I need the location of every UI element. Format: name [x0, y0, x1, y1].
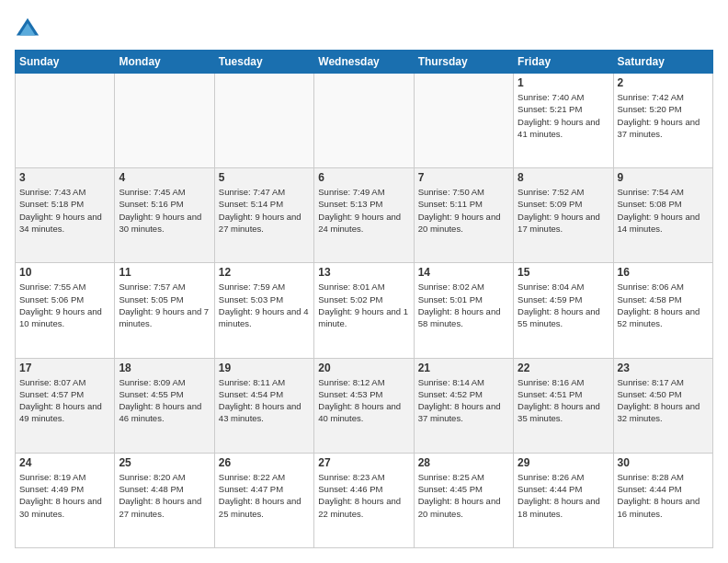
day-info: Sunrise: 8:20 AM Sunset: 4:48 PM Dayligh… — [119, 471, 210, 520]
col-header-thursday: Thursday — [414, 51, 513, 74]
day-number: 8 — [518, 171, 609, 184]
header — [15, 15, 713, 40]
day-number: 13 — [318, 266, 409, 279]
day-number: 20 — [318, 362, 409, 374]
day-info: Sunrise: 8:16 AM Sunset: 4:51 PM Dayligh… — [518, 376, 609, 425]
day-number: 15 — [518, 266, 609, 279]
calendar-cell: 9Sunrise: 7:54 AM Sunset: 5:08 PM Daylig… — [613, 168, 712, 263]
day-number: 17 — [19, 362, 110, 374]
col-header-saturday: Saturday — [613, 51, 712, 74]
logo — [15, 15, 44, 40]
day-info: Sunrise: 7:43 AM Sunset: 5:18 PM Dayligh… — [19, 186, 110, 235]
calendar-cell: 11Sunrise: 7:57 AM Sunset: 5:05 PM Dayli… — [115, 263, 214, 358]
calendar-cell: 13Sunrise: 8:01 AM Sunset: 5:02 PM Dayli… — [314, 263, 414, 358]
day-number: 12 — [219, 266, 310, 279]
day-info: Sunrise: 8:19 AM Sunset: 4:49 PM Dayligh… — [19, 471, 110, 520]
day-info: Sunrise: 8:14 AM Sunset: 4:52 PM Dayligh… — [418, 376, 509, 425]
calendar-cell — [314, 74, 414, 168]
day-number: 27 — [318, 456, 409, 469]
calendar-week-3: 10Sunrise: 7:55 AM Sunset: 5:06 PM Dayli… — [16, 263, 713, 358]
logo-icon — [15, 15, 40, 40]
calendar-header-row: SundayMondayTuesdayWednesdayThursdayFrid… — [16, 51, 713, 74]
day-info: Sunrise: 7:57 AM Sunset: 5:05 PM Dayligh… — [119, 281, 210, 329]
day-number: 4 — [119, 171, 210, 184]
day-number: 26 — [219, 456, 310, 469]
calendar-cell — [414, 74, 513, 168]
calendar-cell: 3Sunrise: 7:43 AM Sunset: 5:18 PM Daylig… — [16, 168, 115, 263]
day-info: Sunrise: 8:06 AM Sunset: 4:58 PM Dayligh… — [618, 281, 709, 329]
col-header-friday: Friday — [514, 51, 613, 74]
calendar-cell: 8Sunrise: 7:52 AM Sunset: 5:09 PM Daylig… — [514, 168, 613, 263]
day-info: Sunrise: 7:50 AM Sunset: 5:11 PM Dayligh… — [418, 186, 509, 235]
col-header-sunday: Sunday — [16, 51, 115, 74]
col-header-tuesday: Tuesday — [214, 51, 313, 74]
calendar-cell: 29Sunrise: 8:26 AM Sunset: 4:44 PM Dayli… — [514, 453, 613, 547]
day-number: 7 — [418, 171, 509, 184]
day-number: 21 — [418, 362, 509, 374]
day-number: 22 — [518, 362, 609, 374]
day-number: 11 — [119, 266, 210, 279]
calendar-cell — [214, 74, 313, 168]
day-number: 10 — [19, 266, 110, 279]
day-number: 5 — [219, 171, 310, 184]
calendar-cell — [16, 74, 115, 168]
day-info: Sunrise: 8:09 AM Sunset: 4:55 PM Dayligh… — [119, 376, 210, 425]
day-number: 18 — [119, 362, 210, 374]
day-info: Sunrise: 8:17 AM Sunset: 4:50 PM Dayligh… — [618, 376, 709, 425]
day-number: 25 — [119, 456, 210, 469]
day-info: Sunrise: 7:42 AM Sunset: 5:20 PM Dayligh… — [618, 91, 709, 140]
calendar-cell: 19Sunrise: 8:11 AM Sunset: 4:54 PM Dayli… — [214, 358, 313, 453]
calendar-cell: 25Sunrise: 8:20 AM Sunset: 4:48 PM Dayli… — [115, 453, 214, 547]
day-info: Sunrise: 7:40 AM Sunset: 5:21 PM Dayligh… — [518, 91, 609, 140]
calendar-cell: 27Sunrise: 8:23 AM Sunset: 4:46 PM Dayli… — [314, 453, 414, 547]
calendar-cell: 4Sunrise: 7:45 AM Sunset: 5:16 PM Daylig… — [115, 168, 214, 263]
day-number: 16 — [618, 266, 709, 279]
calendar-cell: 5Sunrise: 7:47 AM Sunset: 5:14 PM Daylig… — [214, 168, 313, 263]
day-info: Sunrise: 7:55 AM Sunset: 5:06 PM Dayligh… — [19, 281, 110, 329]
calendar-cell: 26Sunrise: 8:22 AM Sunset: 4:47 PM Dayli… — [214, 453, 313, 547]
day-info: Sunrise: 8:28 AM Sunset: 4:44 PM Dayligh… — [618, 471, 709, 520]
day-info: Sunrise: 8:11 AM Sunset: 4:54 PM Dayligh… — [219, 376, 310, 425]
day-info: Sunrise: 7:59 AM Sunset: 5:03 PM Dayligh… — [219, 281, 310, 329]
day-info: Sunrise: 8:12 AM Sunset: 4:53 PM Dayligh… — [318, 376, 409, 425]
calendar-cell: 28Sunrise: 8:25 AM Sunset: 4:45 PM Dayli… — [414, 453, 513, 547]
calendar-cell: 20Sunrise: 8:12 AM Sunset: 4:53 PM Dayli… — [314, 358, 414, 453]
calendar-cell: 6Sunrise: 7:49 AM Sunset: 5:13 PM Daylig… — [314, 168, 414, 263]
calendar-week-1: 1Sunrise: 7:40 AM Sunset: 5:21 PM Daylig… — [16, 74, 713, 168]
calendar-cell: 16Sunrise: 8:06 AM Sunset: 4:58 PM Dayli… — [613, 263, 712, 358]
day-info: Sunrise: 8:02 AM Sunset: 5:01 PM Dayligh… — [418, 281, 509, 329]
day-info: Sunrise: 7:49 AM Sunset: 5:13 PM Dayligh… — [318, 186, 409, 235]
calendar-cell: 18Sunrise: 8:09 AM Sunset: 4:55 PM Dayli… — [115, 358, 214, 453]
day-number: 9 — [618, 171, 709, 184]
day-info: Sunrise: 7:45 AM Sunset: 5:16 PM Dayligh… — [119, 186, 210, 235]
day-number: 6 — [318, 171, 409, 184]
day-info: Sunrise: 8:23 AM Sunset: 4:46 PM Dayligh… — [318, 471, 409, 520]
calendar-cell — [115, 74, 214, 168]
calendar-cell: 21Sunrise: 8:14 AM Sunset: 4:52 PM Dayli… — [414, 358, 513, 453]
day-number: 19 — [219, 362, 310, 374]
calendar-cell: 12Sunrise: 7:59 AM Sunset: 5:03 PM Dayli… — [214, 263, 313, 358]
calendar-cell: 24Sunrise: 8:19 AM Sunset: 4:49 PM Dayli… — [16, 453, 115, 547]
day-info: Sunrise: 8:26 AM Sunset: 4:44 PM Dayligh… — [518, 471, 609, 520]
day-info: Sunrise: 7:47 AM Sunset: 5:14 PM Dayligh… — [219, 186, 310, 235]
calendar-cell: 15Sunrise: 8:04 AM Sunset: 4:59 PM Dayli… — [514, 263, 613, 358]
page: SundayMondayTuesdayWednesdayThursdayFrid… — [0, 0, 728, 563]
day-number: 28 — [418, 456, 509, 469]
day-number: 14 — [418, 266, 509, 279]
day-number: 23 — [618, 362, 709, 374]
col-header-wednesday: Wednesday — [314, 51, 414, 74]
day-info: Sunrise: 7:52 AM Sunset: 5:09 PM Dayligh… — [518, 186, 609, 235]
calendar-cell: 14Sunrise: 8:02 AM Sunset: 5:01 PM Dayli… — [414, 263, 513, 358]
day-number: 24 — [19, 456, 110, 469]
calendar-week-2: 3Sunrise: 7:43 AM Sunset: 5:18 PM Daylig… — [16, 168, 713, 263]
calendar-week-5: 24Sunrise: 8:19 AM Sunset: 4:49 PM Dayli… — [16, 453, 713, 547]
calendar-cell: 30Sunrise: 8:28 AM Sunset: 4:44 PM Dayli… — [613, 453, 712, 547]
day-number: 2 — [618, 76, 709, 89]
day-info: Sunrise: 8:04 AM Sunset: 4:59 PM Dayligh… — [518, 281, 609, 329]
calendar-cell: 1Sunrise: 7:40 AM Sunset: 5:21 PM Daylig… — [514, 74, 613, 168]
calendar-cell: 10Sunrise: 7:55 AM Sunset: 5:06 PM Dayli… — [16, 263, 115, 358]
day-number: 30 — [618, 456, 709, 469]
calendar-cell: 7Sunrise: 7:50 AM Sunset: 5:11 PM Daylig… — [414, 168, 513, 263]
calendar-cell: 17Sunrise: 8:07 AM Sunset: 4:57 PM Dayli… — [16, 358, 115, 453]
col-header-monday: Monday — [115, 51, 214, 74]
